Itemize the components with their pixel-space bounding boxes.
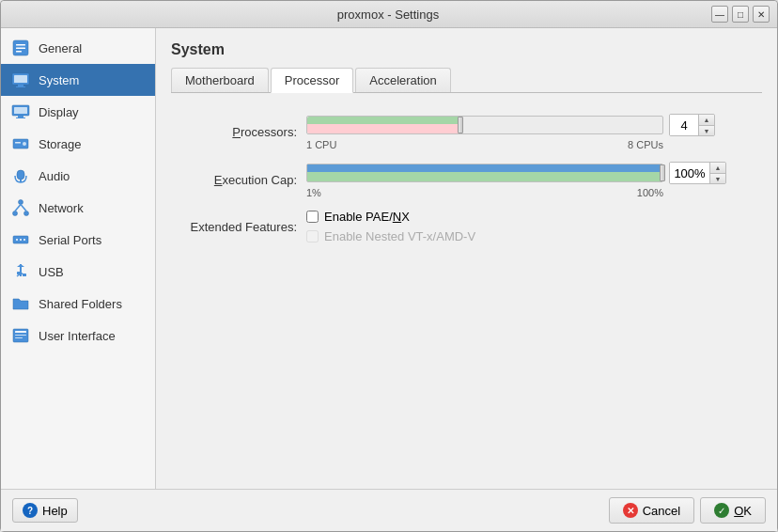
svg-rect-11 — [16, 117, 25, 118]
processors-spinbox-buttons: ▲ ▼ — [698, 115, 714, 135]
processors-label: Processors: — [175, 125, 306, 139]
svg-point-17 — [19, 200, 23, 205]
execution-cap-slider-wrapper — [306, 164, 663, 182]
svg-point-24 — [20, 239, 22, 241]
content-area: General System — [1, 28, 777, 489]
audio-icon — [10, 165, 31, 186]
storage-icon — [10, 133, 31, 154]
processors-slider-thumb[interactable] — [458, 117, 463, 133]
checkboxes-container: Enable PAE/NX Enable Nested VT-x/AMD-V — [306, 210, 475, 243]
enable-pae-row: Enable PAE/NX — [306, 210, 475, 224]
sidebar-label-system: System — [39, 73, 79, 87]
exec-cap-min-label: 1% — [306, 187, 321, 198]
action-buttons: ✕ Cancel ✓ OK — [609, 497, 766, 524]
enable-nested-checkbox[interactable] — [306, 230, 319, 243]
page-title: System — [171, 41, 762, 58]
svg-point-13 — [23, 142, 26, 146]
tabs-bar: Motherboard Processor Acceleration — [171, 68, 762, 93]
tab-motherboard[interactable]: Motherboard — [171, 68, 269, 92]
processors-row: Processors: — [175, 114, 758, 150]
sidebar-label-user-interface: User Interface — [39, 329, 116, 343]
processors-spinbox-down[interactable]: ▼ — [699, 125, 714, 135]
enable-pae-checkbox[interactable] — [306, 211, 319, 223]
processors-min-label: 1 CPU — [306, 139, 336, 150]
svg-point-18 — [13, 211, 18, 216]
processor-form: Processors: — [171, 106, 762, 476]
processors-spinbox: 4 ▲ ▼ — [669, 114, 715, 136]
help-icon: ? — [23, 503, 38, 518]
sidebar-item-storage[interactable]: Storage — [1, 128, 155, 160]
system-icon — [10, 70, 31, 90]
svg-rect-1 — [16, 44, 25, 46]
title-bar: proxmox - Settings — □ ✕ — [1, 1, 777, 28]
execution-cap-spinbox-value[interactable]: 100% — [670, 163, 709, 183]
sidebar-item-usb[interactable]: USB — [1, 256, 155, 288]
sidebar-label-serial-ports: Serial Ports — [39, 233, 101, 247]
exec-cap-max-label: 100% — [637, 187, 663, 198]
sidebar-item-serial-ports[interactable]: Serial Ports — [1, 224, 155, 256]
help-label: Help — [42, 504, 68, 518]
sidebar-label-display: Display — [39, 105, 79, 119]
svg-rect-10 — [18, 116, 23, 117]
close-button[interactable]: ✕ — [753, 6, 770, 23]
sidebar-label-audio: Audio — [39, 169, 70, 183]
ok-label: OK — [734, 504, 752, 518]
display-icon — [10, 102, 31, 122]
ok-button[interactable]: ✓ OK — [700, 497, 766, 524]
maximize-button[interactable]: □ — [732, 6, 749, 23]
execution-cap-row: Execution Cap: — [175, 162, 758, 198]
svg-rect-6 — [18, 85, 23, 86]
sidebar-label-network: Network — [39, 201, 84, 215]
help-button[interactable]: ? Help — [12, 498, 78, 523]
svg-point-19 — [24, 211, 29, 216]
enable-nested-label: Enable Nested VT-x/AMD-V — [324, 229, 475, 243]
processors-spinbox-value[interactable]: 4 — [670, 115, 698, 135]
execution-cap-label: Execution Cap: — [175, 173, 306, 187]
exec-green-fill — [307, 172, 662, 181]
network-icon — [10, 197, 31, 218]
ok-icon: ✓ — [714, 503, 729, 518]
exec-cap-spinbox-up[interactable]: ▲ — [710, 163, 725, 173]
svg-line-21 — [21, 205, 26, 211]
svg-rect-3 — [16, 51, 22, 53]
cancel-button[interactable]: ✕ Cancel — [609, 497, 694, 524]
exec-cap-slider-thumb[interactable] — [660, 164, 665, 181]
sidebar-item-audio[interactable]: Audio — [1, 160, 155, 192]
svg-rect-31 — [15, 337, 23, 338]
processors-spinbox-up[interactable]: ▲ — [699, 115, 714, 125]
sidebar: General System — [1, 28, 156, 489]
processors-range-labels: 1 CPU 8 CPUs — [306, 139, 663, 150]
tab-acceleration[interactable]: Acceleration — [355, 68, 451, 92]
serial-ports-icon — [10, 229, 31, 250]
svg-rect-5 — [14, 75, 27, 83]
sidebar-item-display[interactable]: Display — [1, 96, 155, 128]
extended-features-row: Extended Features: Enable PAE/NX Enable … — [175, 210, 758, 243]
svg-point-23 — [16, 239, 18, 241]
execution-cap-range-labels: 1% 100% — [306, 187, 663, 198]
cancel-icon: ✕ — [623, 503, 638, 518]
main-panel: System Motherboard Processor Acceleratio… — [156, 28, 777, 489]
sidebar-item-network[interactable]: Network — [1, 192, 155, 224]
svg-rect-30 — [15, 335, 26, 336]
sidebar-item-shared-folders[interactable]: Shared Folders — [1, 288, 155, 320]
enable-pae-label: Enable PAE/NX — [324, 210, 410, 224]
window-controls: — □ ✕ — [711, 6, 770, 23]
sidebar-item-user-interface[interactable]: User Interface — [1, 320, 155, 352]
execution-cap-spinbox: 100% ▲ ▼ — [669, 162, 726, 184]
execution-cap-spinbox-buttons: ▲ ▼ — [709, 163, 725, 183]
exec-cap-spinbox-down[interactable]: ▼ — [710, 173, 725, 183]
cancel-label: Cancel — [643, 504, 680, 518]
sidebar-label-usb: USB — [39, 265, 64, 279]
user-interface-icon — [10, 325, 31, 346]
sidebar-label-general: General — [39, 41, 82, 55]
general-icon — [10, 38, 31, 58]
bottom-bar: ? Help ✕ Cancel ✓ OK — [1, 489, 777, 531]
svg-line-20 — [15, 205, 21, 211]
tab-processor[interactable]: Processor — [271, 68, 354, 93]
sidebar-item-system[interactable]: System — [1, 64, 155, 96]
sidebar-item-general[interactable]: General — [1, 32, 155, 64]
processors-red-fill — [307, 124, 460, 133]
usb-icon — [10, 261, 31, 282]
minimize-button[interactable]: — — [711, 6, 728, 23]
svg-rect-29 — [15, 331, 26, 333]
